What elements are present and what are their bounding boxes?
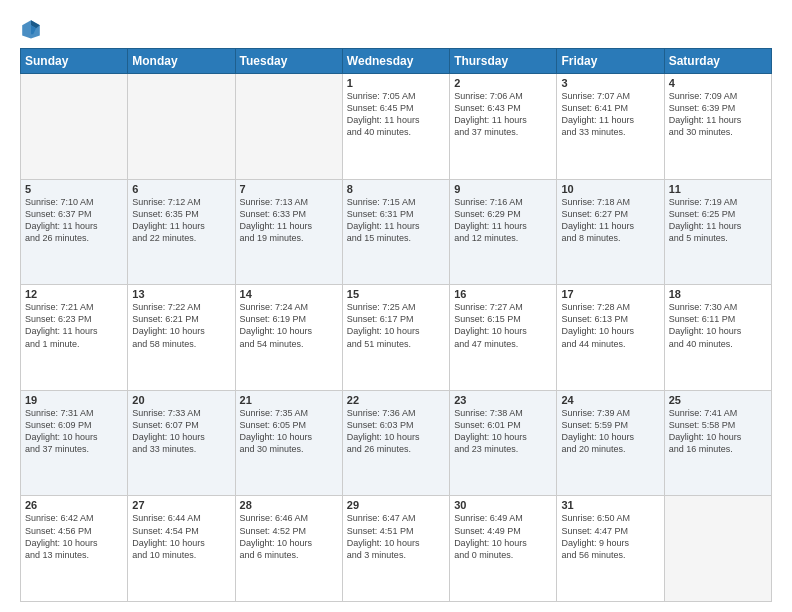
- calendar-cell: 25Sunrise: 7:41 AM Sunset: 5:58 PM Dayli…: [664, 390, 771, 496]
- day-number: 1: [347, 77, 445, 89]
- calendar-cell: 23Sunrise: 7:38 AM Sunset: 6:01 PM Dayli…: [450, 390, 557, 496]
- day-number: 14: [240, 288, 338, 300]
- calendar-cell: 26Sunrise: 6:42 AM Sunset: 4:56 PM Dayli…: [21, 496, 128, 602]
- calendar-cell: 6Sunrise: 7:12 AM Sunset: 6:35 PM Daylig…: [128, 179, 235, 285]
- day-number: 18: [669, 288, 767, 300]
- calendar-cell: 24Sunrise: 7:39 AM Sunset: 5:59 PM Dayli…: [557, 390, 664, 496]
- calendar-cell: 15Sunrise: 7:25 AM Sunset: 6:17 PM Dayli…: [342, 285, 449, 391]
- day-info: Sunrise: 7:28 AM Sunset: 6:13 PM Dayligh…: [561, 301, 659, 350]
- calendar-cell: 1Sunrise: 7:05 AM Sunset: 6:45 PM Daylig…: [342, 74, 449, 180]
- day-info: Sunrise: 7:22 AM Sunset: 6:21 PM Dayligh…: [132, 301, 230, 350]
- weekday-header-friday: Friday: [557, 49, 664, 74]
- day-number: 29: [347, 499, 445, 511]
- header: [20, 18, 772, 40]
- logo-icon: [20, 18, 42, 40]
- day-number: 11: [669, 183, 767, 195]
- day-info: Sunrise: 7:39 AM Sunset: 5:59 PM Dayligh…: [561, 407, 659, 456]
- calendar-cell: 7Sunrise: 7:13 AM Sunset: 6:33 PM Daylig…: [235, 179, 342, 285]
- calendar-cell: 2Sunrise: 7:06 AM Sunset: 6:43 PM Daylig…: [450, 74, 557, 180]
- calendar-week-row: 1Sunrise: 7:05 AM Sunset: 6:45 PM Daylig…: [21, 74, 772, 180]
- day-number: 9: [454, 183, 552, 195]
- weekday-header-monday: Monday: [128, 49, 235, 74]
- day-info: Sunrise: 6:50 AM Sunset: 4:47 PM Dayligh…: [561, 512, 659, 561]
- day-number: 28: [240, 499, 338, 511]
- calendar-cell: 9Sunrise: 7:16 AM Sunset: 6:29 PM Daylig…: [450, 179, 557, 285]
- calendar-cell: 30Sunrise: 6:49 AM Sunset: 4:49 PM Dayli…: [450, 496, 557, 602]
- day-info: Sunrise: 7:16 AM Sunset: 6:29 PM Dayligh…: [454, 196, 552, 245]
- day-info: Sunrise: 7:33 AM Sunset: 6:07 PM Dayligh…: [132, 407, 230, 456]
- day-number: 4: [669, 77, 767, 89]
- calendar-cell: 12Sunrise: 7:21 AM Sunset: 6:23 PM Dayli…: [21, 285, 128, 391]
- day-number: 30: [454, 499, 552, 511]
- calendar-cell: 16Sunrise: 7:27 AM Sunset: 6:15 PM Dayli…: [450, 285, 557, 391]
- calendar-cell: 17Sunrise: 7:28 AM Sunset: 6:13 PM Dayli…: [557, 285, 664, 391]
- day-number: 5: [25, 183, 123, 195]
- weekday-header-row: SundayMondayTuesdayWednesdayThursdayFrid…: [21, 49, 772, 74]
- calendar-cell: 11Sunrise: 7:19 AM Sunset: 6:25 PM Dayli…: [664, 179, 771, 285]
- day-info: Sunrise: 7:38 AM Sunset: 6:01 PM Dayligh…: [454, 407, 552, 456]
- calendar-table: SundayMondayTuesdayWednesdayThursdayFrid…: [20, 48, 772, 602]
- day-info: Sunrise: 7:13 AM Sunset: 6:33 PM Dayligh…: [240, 196, 338, 245]
- calendar-cell: [664, 496, 771, 602]
- day-info: Sunrise: 7:36 AM Sunset: 6:03 PM Dayligh…: [347, 407, 445, 456]
- calendar-cell: 10Sunrise: 7:18 AM Sunset: 6:27 PM Dayli…: [557, 179, 664, 285]
- page: SundayMondayTuesdayWednesdayThursdayFrid…: [0, 0, 792, 612]
- day-info: Sunrise: 7:05 AM Sunset: 6:45 PM Dayligh…: [347, 90, 445, 139]
- day-number: 15: [347, 288, 445, 300]
- day-number: 16: [454, 288, 552, 300]
- day-info: Sunrise: 7:31 AM Sunset: 6:09 PM Dayligh…: [25, 407, 123, 456]
- calendar-cell: 21Sunrise: 7:35 AM Sunset: 6:05 PM Dayli…: [235, 390, 342, 496]
- day-info: Sunrise: 7:09 AM Sunset: 6:39 PM Dayligh…: [669, 90, 767, 139]
- calendar-cell: 19Sunrise: 7:31 AM Sunset: 6:09 PM Dayli…: [21, 390, 128, 496]
- calendar-cell: 5Sunrise: 7:10 AM Sunset: 6:37 PM Daylig…: [21, 179, 128, 285]
- day-info: Sunrise: 7:24 AM Sunset: 6:19 PM Dayligh…: [240, 301, 338, 350]
- day-number: 2: [454, 77, 552, 89]
- weekday-header-tuesday: Tuesday: [235, 49, 342, 74]
- day-number: 10: [561, 183, 659, 195]
- day-info: Sunrise: 7:25 AM Sunset: 6:17 PM Dayligh…: [347, 301, 445, 350]
- day-info: Sunrise: 7:15 AM Sunset: 6:31 PM Dayligh…: [347, 196, 445, 245]
- day-number: 27: [132, 499, 230, 511]
- weekday-header-sunday: Sunday: [21, 49, 128, 74]
- calendar-week-row: 12Sunrise: 7:21 AM Sunset: 6:23 PM Dayli…: [21, 285, 772, 391]
- calendar-cell: [235, 74, 342, 180]
- calendar-cell: 8Sunrise: 7:15 AM Sunset: 6:31 PM Daylig…: [342, 179, 449, 285]
- day-info: Sunrise: 7:19 AM Sunset: 6:25 PM Dayligh…: [669, 196, 767, 245]
- calendar-week-row: 5Sunrise: 7:10 AM Sunset: 6:37 PM Daylig…: [21, 179, 772, 285]
- weekday-header-wednesday: Wednesday: [342, 49, 449, 74]
- calendar-week-row: 19Sunrise: 7:31 AM Sunset: 6:09 PM Dayli…: [21, 390, 772, 496]
- day-info: Sunrise: 6:49 AM Sunset: 4:49 PM Dayligh…: [454, 512, 552, 561]
- weekday-header-saturday: Saturday: [664, 49, 771, 74]
- day-number: 12: [25, 288, 123, 300]
- calendar-cell: 13Sunrise: 7:22 AM Sunset: 6:21 PM Dayli…: [128, 285, 235, 391]
- calendar-cell: 22Sunrise: 7:36 AM Sunset: 6:03 PM Dayli…: [342, 390, 449, 496]
- day-info: Sunrise: 6:44 AM Sunset: 4:54 PM Dayligh…: [132, 512, 230, 561]
- day-info: Sunrise: 7:27 AM Sunset: 6:15 PM Dayligh…: [454, 301, 552, 350]
- day-info: Sunrise: 7:10 AM Sunset: 6:37 PM Dayligh…: [25, 196, 123, 245]
- day-info: Sunrise: 7:30 AM Sunset: 6:11 PM Dayligh…: [669, 301, 767, 350]
- calendar-cell: 27Sunrise: 6:44 AM Sunset: 4:54 PM Dayli…: [128, 496, 235, 602]
- day-info: Sunrise: 7:41 AM Sunset: 5:58 PM Dayligh…: [669, 407, 767, 456]
- calendar-cell: [21, 74, 128, 180]
- logo: [20, 18, 46, 40]
- day-number: 13: [132, 288, 230, 300]
- day-number: 25: [669, 394, 767, 406]
- day-info: Sunrise: 7:07 AM Sunset: 6:41 PM Dayligh…: [561, 90, 659, 139]
- calendar-cell: 20Sunrise: 7:33 AM Sunset: 6:07 PM Dayli…: [128, 390, 235, 496]
- day-info: Sunrise: 6:42 AM Sunset: 4:56 PM Dayligh…: [25, 512, 123, 561]
- weekday-header-thursday: Thursday: [450, 49, 557, 74]
- day-number: 3: [561, 77, 659, 89]
- day-number: 7: [240, 183, 338, 195]
- calendar-cell: 28Sunrise: 6:46 AM Sunset: 4:52 PM Dayli…: [235, 496, 342, 602]
- day-info: Sunrise: 7:35 AM Sunset: 6:05 PM Dayligh…: [240, 407, 338, 456]
- day-number: 26: [25, 499, 123, 511]
- calendar-cell: 4Sunrise: 7:09 AM Sunset: 6:39 PM Daylig…: [664, 74, 771, 180]
- day-number: 20: [132, 394, 230, 406]
- day-number: 21: [240, 394, 338, 406]
- day-info: Sunrise: 6:46 AM Sunset: 4:52 PM Dayligh…: [240, 512, 338, 561]
- day-number: 8: [347, 183, 445, 195]
- day-number: 19: [25, 394, 123, 406]
- day-info: Sunrise: 7:21 AM Sunset: 6:23 PM Dayligh…: [25, 301, 123, 350]
- day-info: Sunrise: 6:47 AM Sunset: 4:51 PM Dayligh…: [347, 512, 445, 561]
- calendar-cell: 18Sunrise: 7:30 AM Sunset: 6:11 PM Dayli…: [664, 285, 771, 391]
